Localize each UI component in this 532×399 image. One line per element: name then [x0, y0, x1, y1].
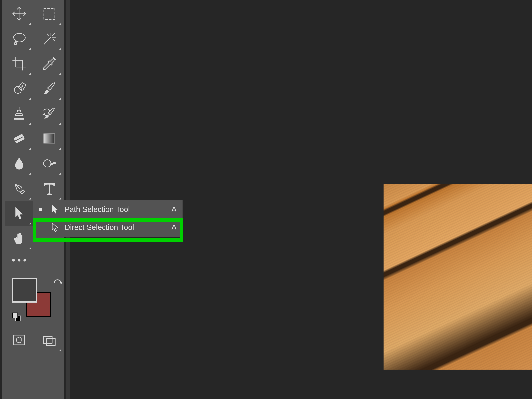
- lasso-tool[interactable]: [5, 26, 33, 51]
- marquee-icon: [42, 6, 57, 21]
- healing-brush-tool[interactable]: [5, 76, 33, 101]
- pen-icon: [12, 181, 27, 196]
- document-image[interactable]: [384, 184, 532, 370]
- svg-rect-19: [50, 162, 56, 165]
- magic-wand-icon: [42, 31, 57, 46]
- svg-line-8: [53, 39, 55, 41]
- blur-icon: [12, 156, 27, 171]
- flyout-item-direct-selection[interactable]: Direct Selection Tool A: [33, 218, 183, 236]
- lasso-icon: [12, 31, 27, 46]
- selected-indicator: [39, 226, 42, 229]
- swap-icon: [53, 279, 63, 288]
- hand-icon: [12, 231, 27, 246]
- svg-line-4: [52, 34, 54, 36]
- svg-line-3: [44, 37, 51, 44]
- hand-tool[interactable]: [5, 226, 33, 251]
- default-colors-button[interactable]: [12, 313, 22, 323]
- svg-rect-25: [13, 335, 25, 345]
- foreground-color-swatch[interactable]: [12, 278, 37, 303]
- clone-stamp-icon: [12, 106, 27, 121]
- svg-point-9: [14, 86, 21, 93]
- magic-wand-tool[interactable]: [36, 26, 63, 51]
- history-brush-tool[interactable]: [36, 101, 63, 126]
- path-selection-flyout: Path Selection Tool A Direct Selection T…: [33, 200, 183, 237]
- quick-mask-icon: [12, 332, 27, 348]
- svg-rect-22: [21, 190, 25, 194]
- blur-tool[interactable]: [5, 151, 33, 176]
- swap-colors-button[interactable]: [53, 279, 63, 288]
- svg-point-18: [44, 160, 51, 167]
- gradient-tool[interactable]: [36, 126, 63, 151]
- flyout-shortcut: A: [165, 205, 183, 214]
- move-tool[interactable]: [5, 1, 33, 26]
- quick-mask-button[interactable]: [5, 328, 33, 352]
- dodge-tool[interactable]: [36, 151, 63, 176]
- crop-tool[interactable]: [5, 51, 33, 76]
- type-tool[interactable]: [36, 176, 63, 201]
- pen-tool[interactable]: [5, 176, 33, 201]
- dodge-icon: [42, 156, 57, 171]
- healing-brush-icon: [12, 81, 27, 96]
- white-arrow-icon: [51, 223, 59, 232]
- screen-mode-button[interactable]: [36, 328, 63, 352]
- brush-icon: [42, 81, 57, 96]
- flyout-shortcut: A: [165, 223, 183, 232]
- svg-point-26: [16, 337, 22, 343]
- brush-tool[interactable]: [36, 76, 63, 101]
- svg-rect-27: [44, 336, 52, 343]
- path-selection-tool[interactable]: [5, 201, 33, 226]
- ellipsis-icon: [12, 259, 26, 261]
- history-brush-icon: [42, 106, 57, 121]
- flyout-label: Path Selection Tool: [64, 205, 165, 214]
- svg-line-7: [47, 34, 49, 36]
- type-icon: [42, 181, 57, 196]
- path-selection-icon: [12, 206, 27, 221]
- selected-indicator: [39, 208, 42, 211]
- gradient-icon: [42, 131, 57, 146]
- svg-rect-2: [44, 8, 55, 19]
- tools-panel: [2, 0, 64, 399]
- screen-mode-icon: [42, 332, 57, 348]
- eraser-tool[interactable]: [5, 126, 33, 151]
- svg-rect-17: [44, 134, 55, 143]
- eyedropper-icon: [42, 56, 57, 71]
- eraser-icon: [12, 131, 27, 146]
- crop-icon: [12, 56, 27, 71]
- move-icon: [12, 6, 27, 21]
- edit-toolbar-button[interactable]: [5, 251, 33, 269]
- flyout-label: Direct Selection Tool: [64, 223, 165, 232]
- eyedropper-tool[interactable]: [36, 51, 63, 76]
- svg-rect-13: [18, 110, 20, 112]
- flyout-item-path-selection[interactable]: Path Selection Tool A: [33, 200, 183, 218]
- window-edge: [0, 0, 2, 399]
- black-arrow-icon: [51, 205, 59, 214]
- marquee-tool[interactable]: [36, 1, 63, 26]
- svg-rect-28: [47, 338, 55, 345]
- toolbar-scrollbar[interactable]: [66, 0, 70, 399]
- clone-stamp-tool[interactable]: [5, 101, 33, 126]
